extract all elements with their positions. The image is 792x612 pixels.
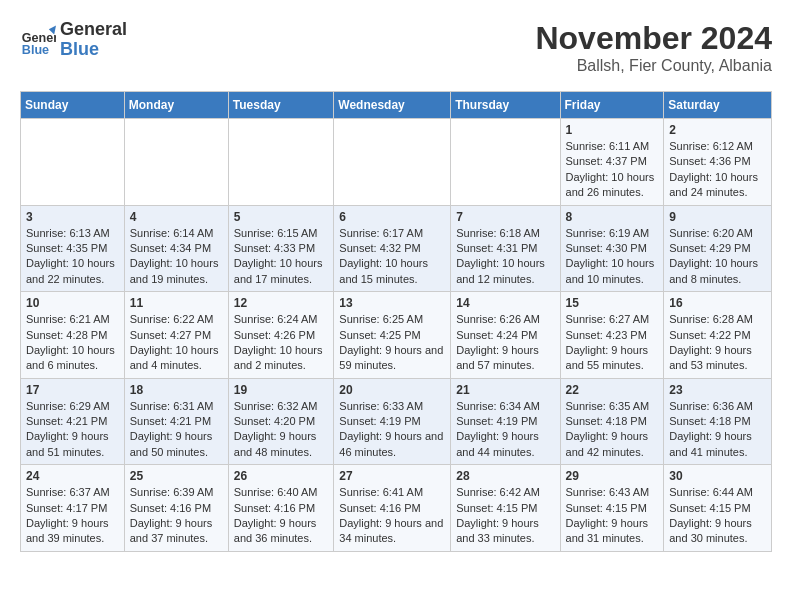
calendar-cell: 22Sunrise: 6:35 AMSunset: 4:18 PMDayligh… [560,378,664,465]
calendar-week-row: 17Sunrise: 6:29 AMSunset: 4:21 PMDayligh… [21,378,772,465]
calendar-cell: 27Sunrise: 6:41 AMSunset: 4:16 PMDayligh… [334,465,451,552]
calendar-cell: 11Sunrise: 6:22 AMSunset: 4:27 PMDayligh… [124,292,228,379]
calendar-cell: 24Sunrise: 6:37 AMSunset: 4:17 PMDayligh… [21,465,125,552]
cell-text: Sunrise: 6:44 AM [669,485,766,500]
cell-text: Sunset: 4:20 PM [234,414,329,429]
cell-text: Sunrise: 6:39 AM [130,485,223,500]
day-number: 12 [234,296,329,310]
cell-text: Daylight: 9 hours and 31 minutes. [566,516,659,547]
cell-text: Sunrise: 6:40 AM [234,485,329,500]
cell-text: Sunrise: 6:25 AM [339,312,445,327]
cell-text: Daylight: 10 hours and 12 minutes. [456,256,554,287]
day-number: 28 [456,469,554,483]
cell-text: Sunset: 4:16 PM [234,501,329,516]
cell-text: Sunset: 4:15 PM [669,501,766,516]
calendar-cell: 19Sunrise: 6:32 AMSunset: 4:20 PMDayligh… [228,378,334,465]
cell-text: Daylight: 10 hours and 6 minutes. [26,343,119,374]
calendar-cell [124,119,228,206]
cell-text: Daylight: 10 hours and 10 minutes. [566,256,659,287]
cell-text: Sunrise: 6:31 AM [130,399,223,414]
day-number: 24 [26,469,119,483]
day-number: 25 [130,469,223,483]
day-number: 29 [566,469,659,483]
day-number: 10 [26,296,119,310]
cell-text: Sunrise: 6:20 AM [669,226,766,241]
cell-text: Sunset: 4:30 PM [566,241,659,256]
calendar-cell: 4Sunrise: 6:14 AMSunset: 4:34 PMDaylight… [124,205,228,292]
day-number: 27 [339,469,445,483]
cell-text: Daylight: 9 hours and 34 minutes. [339,516,445,547]
cell-text: Sunrise: 6:42 AM [456,485,554,500]
cell-text: Sunrise: 6:24 AM [234,312,329,327]
cell-text: Sunrise: 6:43 AM [566,485,659,500]
header-tuesday: Tuesday [228,92,334,119]
cell-text: Daylight: 9 hours and 53 minutes. [669,343,766,374]
cell-text: Daylight: 9 hours and 36 minutes. [234,516,329,547]
day-number: 30 [669,469,766,483]
day-number: 2 [669,123,766,137]
calendar-cell: 21Sunrise: 6:34 AMSunset: 4:19 PMDayligh… [451,378,560,465]
day-number: 15 [566,296,659,310]
cell-text: Daylight: 10 hours and 4 minutes. [130,343,223,374]
cell-text: Sunset: 4:18 PM [566,414,659,429]
cell-text: Sunrise: 6:41 AM [339,485,445,500]
cell-text: Sunset: 4:23 PM [566,328,659,343]
calendar-week-row: 1Sunrise: 6:11 AMSunset: 4:37 PMDaylight… [21,119,772,206]
day-number: 7 [456,210,554,224]
calendar-cell: 16Sunrise: 6:28 AMSunset: 4:22 PMDayligh… [664,292,772,379]
cell-text: Daylight: 10 hours and 24 minutes. [669,170,766,201]
day-number: 21 [456,383,554,397]
calendar-cell: 5Sunrise: 6:15 AMSunset: 4:33 PMDaylight… [228,205,334,292]
cell-text: Sunrise: 6:19 AM [566,226,659,241]
calendar-cell [228,119,334,206]
header-saturday: Saturday [664,92,772,119]
header-wednesday: Wednesday [334,92,451,119]
day-number: 3 [26,210,119,224]
logo: General Blue General Blue [20,20,127,60]
day-number: 8 [566,210,659,224]
cell-text: Sunset: 4:16 PM [130,501,223,516]
cell-text: Daylight: 9 hours and 37 minutes. [130,516,223,547]
cell-text: Sunset: 4:28 PM [26,328,119,343]
day-number: 22 [566,383,659,397]
day-number: 18 [130,383,223,397]
calendar-cell: 7Sunrise: 6:18 AMSunset: 4:31 PMDaylight… [451,205,560,292]
cell-text: Sunset: 4:31 PM [456,241,554,256]
cell-text: Sunrise: 6:13 AM [26,226,119,241]
cell-text: Sunset: 4:16 PM [339,501,445,516]
cell-text: Sunset: 4:15 PM [456,501,554,516]
title-area: November 2024 Ballsh, Fier County, Alban… [535,20,772,75]
cell-text: Daylight: 9 hours and 30 minutes. [669,516,766,547]
calendar-cell: 18Sunrise: 6:31 AMSunset: 4:21 PMDayligh… [124,378,228,465]
page-header: General Blue General Blue November 2024 … [20,20,772,75]
cell-text: Daylight: 9 hours and 44 minutes. [456,429,554,460]
cell-text: Sunrise: 6:29 AM [26,399,119,414]
cell-text: Sunrise: 6:15 AM [234,226,329,241]
cell-text: Sunset: 4:17 PM [26,501,119,516]
cell-text: Sunset: 4:22 PM [669,328,766,343]
cell-text: Daylight: 10 hours and 19 minutes. [130,256,223,287]
svg-text:Blue: Blue [22,42,49,56]
header-thursday: Thursday [451,92,560,119]
cell-text: Sunrise: 6:26 AM [456,312,554,327]
cell-text: Sunset: 4:26 PM [234,328,329,343]
calendar-header-row: SundayMondayTuesdayWednesdayThursdayFrid… [21,92,772,119]
cell-text: Sunset: 4:37 PM [566,154,659,169]
cell-text: Sunrise: 6:28 AM [669,312,766,327]
cell-text: Daylight: 10 hours and 8 minutes. [669,256,766,287]
cell-text: Sunrise: 6:36 AM [669,399,766,414]
day-number: 17 [26,383,119,397]
calendar-cell: 20Sunrise: 6:33 AMSunset: 4:19 PMDayligh… [334,378,451,465]
cell-text: Sunset: 4:21 PM [26,414,119,429]
cell-text: Sunrise: 6:22 AM [130,312,223,327]
cell-text: Daylight: 10 hours and 15 minutes. [339,256,445,287]
calendar-cell: 2Sunrise: 6:12 AMSunset: 4:36 PMDaylight… [664,119,772,206]
day-number: 5 [234,210,329,224]
day-number: 4 [130,210,223,224]
cell-text: Sunrise: 6:37 AM [26,485,119,500]
cell-text: Daylight: 9 hours and 59 minutes. [339,343,445,374]
header-sunday: Sunday [21,92,125,119]
cell-text: Sunset: 4:27 PM [130,328,223,343]
day-number: 1 [566,123,659,137]
cell-text: Daylight: 9 hours and 42 minutes. [566,429,659,460]
